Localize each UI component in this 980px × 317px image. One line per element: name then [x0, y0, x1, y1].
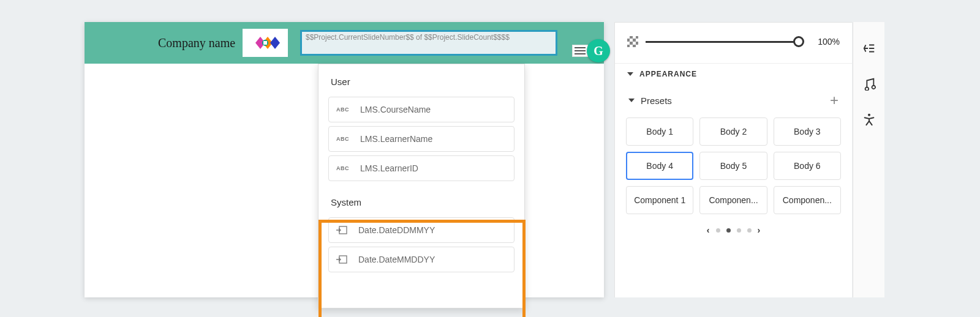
variable-item-label: Date.DateMMDDYY [358, 255, 435, 264]
pager-dot[interactable] [737, 228, 741, 233]
variable-item-label: Date.DateDDMMYY [358, 225, 435, 235]
preset-item[interactable]: Componen... [774, 186, 841, 214]
appearance-label: APPEARANCE [639, 70, 697, 78]
preset-grid: Body 1 Body 2 Body 3 Body 4 Body 5 Body … [615, 114, 852, 220]
side-icon-rail [853, 22, 884, 297]
system-var-icon [336, 255, 347, 264]
pager-prev[interactable]: ‹ [707, 225, 710, 235]
system-var-icon [336, 226, 347, 234]
variable-item[interactable]: ABC LMS.LearnerID [328, 155, 514, 181]
slide-canvas: Company name $$Project.CurrentSlideNumbe… [85, 22, 604, 297]
interactions-icon[interactable] [862, 42, 876, 55]
logo-icon [248, 32, 282, 54]
variable-text-field[interactable]: $$Project.CurrentSlideNumber$$ of $$Proj… [300, 30, 557, 56]
variable-item-label: LMS.LearnerName [360, 134, 432, 144]
preset-item[interactable]: Body 4 [626, 152, 693, 180]
pager-next[interactable]: › [758, 225, 761, 235]
preset-item[interactable]: Body 6 [774, 152, 841, 180]
preset-item[interactable]: Componen... [699, 186, 767, 214]
abc-icon: ABC [336, 136, 349, 142]
preset-item[interactable]: Body 2 [699, 117, 767, 146]
svg-rect-4 [263, 41, 267, 45]
abc-icon: ABC [336, 165, 349, 171]
variable-item[interactable]: Date.DateDDMMYY [328, 217, 514, 243]
variable-item[interactable]: ABC LMS.CourseName [328, 97, 514, 122]
svg-point-7 [867, 114, 870, 116]
presets-label: Presets [641, 95, 672, 106]
company-name-label: Company name [158, 36, 235, 50]
hamburger-menu-icon[interactable] [572, 45, 588, 57]
grammarly-icon[interactable]: G [587, 39, 610, 62]
opacity-value: 100% [810, 37, 840, 47]
pager-dot[interactable] [716, 228, 720, 233]
abc-icon: ABC [336, 106, 349, 113]
pager-dot[interactable] [747, 228, 752, 233]
variable-item[interactable]: Date.DateMMDDYY [328, 247, 514, 272]
pager-dot[interactable] [726, 228, 731, 233]
transparency-icon [627, 36, 638, 47]
preset-item[interactable]: Component 1 [626, 186, 693, 214]
inspector-panel: 100% APPEARANCE Presets + Body 1 Body 2 … [614, 22, 852, 297]
opacity-control: 100% [615, 23, 852, 63]
preset-item[interactable]: Body 1 [626, 117, 693, 146]
preset-pager: ‹ › [615, 220, 852, 240]
appearance-section-header[interactable]: APPEARANCE [615, 63, 852, 84]
chevron-down-icon [627, 72, 633, 76]
accessibility-icon[interactable] [862, 113, 876, 126]
variable-text-content: $$Project.CurrentSlideNumber$$ of $$Proj… [306, 33, 510, 43]
slider-knob[interactable] [793, 36, 804, 47]
add-preset-button[interactable]: + [830, 92, 839, 109]
svg-marker-2 [270, 37, 280, 49]
variable-item[interactable]: ABC LMS.LearnerName [328, 126, 514, 152]
section-user-label: User [318, 64, 524, 93]
header-bar: Company name $$Project.CurrentSlideNumbe… [85, 22, 604, 64]
chevron-down-icon [628, 99, 635, 102]
preset-item[interactable]: Body 5 [699, 152, 767, 180]
audio-icon[interactable] [862, 77, 876, 91]
opacity-slider[interactable] [646, 41, 803, 43]
preset-item[interactable]: Body 3 [774, 117, 841, 146]
presets-header[interactable]: Presets [628, 95, 672, 106]
variable-item-label: LMS.LearnerID [360, 163, 418, 173]
variable-item-label: LMS.CourseName [360, 105, 431, 114]
variable-dropdown: User ABC LMS.CourseName ABC LMS.LearnerN… [318, 64, 525, 308]
section-system-label: System [318, 185, 524, 214]
company-logo [243, 29, 288, 57]
